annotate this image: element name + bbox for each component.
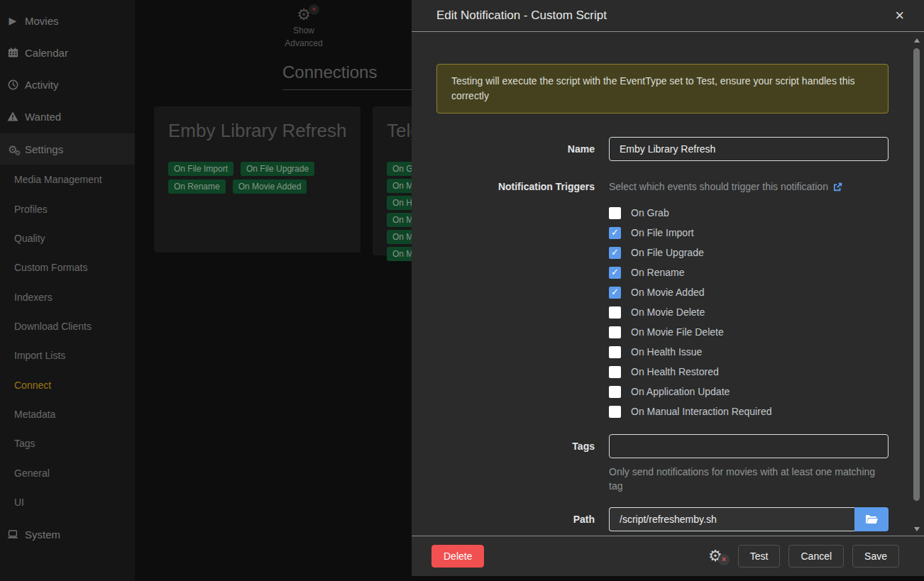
checkbox-label: On Manual Interaction Required: [631, 406, 771, 417]
checkbox-on-movie-delete[interactable]: [609, 306, 621, 319]
sidebar-item-profiles[interactable]: Profiles: [14, 202, 48, 216]
trigger-option: On Movie File Delete: [609, 322, 889, 342]
sidebar-item-metadata[interactable]: Metadata: [14, 407, 55, 421]
sidebar-item-ui[interactable]: UI: [14, 495, 24, 509]
clock-icon: [6, 79, 19, 90]
checkbox-on-health-restored[interactable]: [609, 366, 621, 378]
checkbox-label: On File Upgrade: [631, 247, 704, 258]
triggers-label: Notification Triggers: [436, 179, 609, 192]
checkbox-on-grab[interactable]: [609, 207, 621, 219]
show-advanced-button[interactable]: ⚙ × Show Advanced: [282, 7, 325, 50]
sidebar-item-settings[interactable]: ⚙⚙ Settings: [0, 141, 135, 157]
checkbox-label: On Movie File Delete: [631, 326, 724, 338]
triggers-help-text: Select which events should trigger this …: [609, 181, 828, 192]
modal-scrollbar[interactable]: [913, 34, 922, 536]
play-icon: ▶: [6, 15, 19, 26]
event-tag: On File Upgrade: [241, 162, 314, 176]
checkbox-label: On Health Issue: [631, 346, 702, 358]
browse-path-button[interactable]: [854, 507, 889, 531]
sidebar-item-label: Movies: [25, 15, 59, 27]
checkbox-on-rename[interactable]: [609, 267, 621, 279]
test-button[interactable]: Test: [738, 545, 781, 568]
checkbox-on-file-upgrade[interactable]: [609, 247, 621, 259]
sidebar-item-import-lists[interactable]: Import Lists: [14, 348, 65, 363]
sidebar-item-general[interactable]: General: [14, 466, 50, 480]
connection-card-emby[interactable]: Emby Library Refresh On File Import On F…: [154, 106, 361, 253]
checkbox-label: On Movie Delete: [631, 306, 705, 318]
sidebar-item-connect[interactable]: Connect: [14, 378, 51, 392]
sidebar-item-media-management[interactable]: Media Management: [14, 172, 102, 187]
modal-header: Edit Notification - Custom Script ×: [412, 0, 924, 32]
path-input[interactable]: [609, 507, 854, 531]
path-label: Path: [436, 507, 609, 525]
edit-notification-modal: Edit Notification - Custom Script × Test…: [412, 0, 924, 576]
name-label: Name: [436, 137, 609, 155]
sidebar-item-custom-formats[interactable]: Custom Formats: [14, 260, 87, 275]
external-link-icon[interactable]: [833, 182, 842, 192]
modal-title: Edit Notification - Custom Script: [436, 9, 895, 23]
x-badge-icon: ×: [718, 554, 730, 565]
name-row: Name: [436, 137, 889, 161]
sidebar-item-indexers[interactable]: Indexers: [14, 290, 53, 304]
tags-row: Tags Only send notifications for movies …: [436, 434, 889, 493]
calendar-icon: [6, 48, 19, 58]
cancel-button[interactable]: Cancel: [788, 545, 844, 568]
tags-label: Tags: [436, 434, 609, 452]
checkbox-on-health-issue[interactable]: [609, 346, 621, 358]
card-title: Emby Library Refresh: [168, 118, 346, 143]
trigger-option: On Health Issue: [609, 342, 889, 362]
event-tag: On Rename: [168, 179, 226, 194]
event-tag: On File Import: [168, 162, 233, 176]
modal-body: Testing will execute the script with the…: [412, 32, 924, 536]
trigger-option: On Rename: [609, 262, 889, 282]
trigger-option: On File Import: [609, 223, 889, 243]
sidebar-item-calendar[interactable]: Calendar: [0, 45, 135, 60]
gear-advanced-toggle-icon[interactable]: ⚙ ×: [708, 548, 722, 564]
sidebar-item-label: Settings: [25, 143, 63, 155]
app-root: ▶ Movies Calendar Activity Wanted ⚙⚙ Se: [0, 0, 924, 581]
triggers-row: Notification Triggers Select which event…: [436, 179, 889, 421]
sidebar-item-label: Calendar: [25, 47, 68, 59]
modal-footer: Delete ⚙ × Test Cancel Save: [412, 536, 924, 576]
sidebar-item-wanted[interactable]: Wanted: [0, 109, 135, 124]
tags-help-text: Only send notifications for movies with …: [609, 465, 889, 493]
event-tag: On Movie Added: [233, 179, 307, 194]
test-warning-banner: Testing will execute the script with the…: [436, 64, 889, 114]
sidebar-item-label: System: [25, 529, 60, 541]
save-button[interactable]: Save: [852, 545, 899, 568]
sidebar-item-tags[interactable]: Tags: [14, 436, 35, 450]
sidebar-item-activity[interactable]: Activity: [0, 77, 135, 92]
name-input[interactable]: [609, 137, 889, 161]
x-badge-icon: ×: [309, 4, 319, 15]
checkbox-label: On Rename: [631, 267, 684, 278]
checkbox-on-movie-file-delete[interactable]: [609, 326, 621, 338]
checkbox-on-manual-interaction-required[interactable]: [609, 406, 621, 418]
tags-input[interactable]: [609, 434, 889, 458]
sidebar-item-label: Wanted: [25, 111, 61, 123]
checkbox-label: On Grab: [631, 207, 669, 218]
laptop-icon: [6, 530, 19, 539]
sidebar-item-download-clients[interactable]: Download Clients: [14, 319, 92, 333]
close-icon[interactable]: ×: [895, 8, 904, 23]
checkbox-label: On File Import: [631, 227, 694, 238]
sidebar-item-movies[interactable]: ▶ Movies: [0, 13, 135, 28]
scroll-up-arrow-icon[interactable]: [914, 38, 920, 43]
sidebar-item-system[interactable]: System: [0, 526, 135, 542]
show-advanced-label: Show Advanced: [282, 24, 325, 50]
trigger-option: On Manual Interaction Required: [609, 402, 889, 421]
scroll-down-arrow-icon[interactable]: [914, 527, 920, 531]
folder-icon: [865, 514, 878, 524]
checkbox-label: On Application Update: [631, 386, 730, 397]
gears-icon: ⚙⚙: [6, 144, 19, 155]
checkbox-on-application-update[interactable]: [609, 386, 621, 398]
trigger-option: On Movie Delete: [609, 302, 889, 322]
sidebar: ▶ Movies Calendar Activity Wanted ⚙⚙ Se: [0, 0, 135, 581]
checkbox-on-file-import[interactable]: [609, 227, 621, 239]
checkbox-on-movie-added[interactable]: [609, 287, 621, 299]
sidebar-item-quality[interactable]: Quality: [14, 231, 45, 245]
scrollbar-thumb[interactable]: [913, 48, 920, 501]
triggers-help: Select which events should trigger this …: [609, 179, 889, 192]
delete-button[interactable]: Delete: [431, 545, 484, 568]
warning-icon: [6, 111, 19, 121]
sidebar-item-label: Activity: [25, 79, 59, 91]
